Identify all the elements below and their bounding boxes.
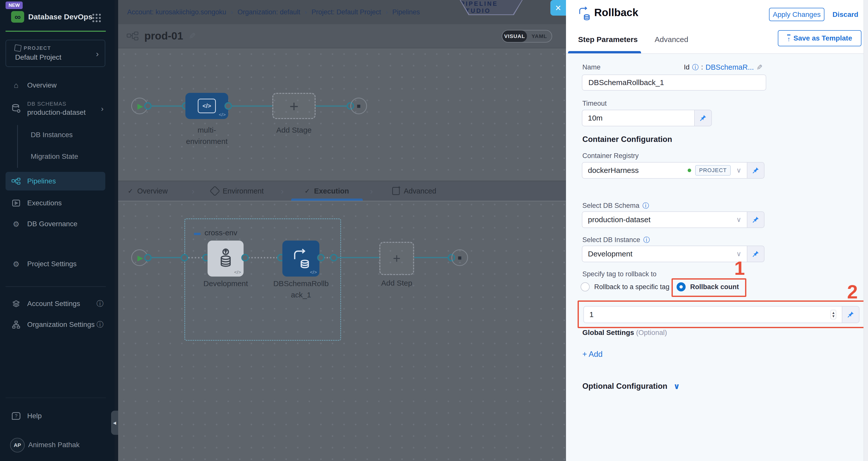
toggle-yaml[interactable]: YAML <box>527 30 552 42</box>
apply-changes-button[interactable]: Apply Changes <box>769 8 825 21</box>
sidebar-item-pipelines[interactable]: Pipelines <box>5 172 105 191</box>
db-schema-field[interactable]: production-dataset ∨ <box>582 211 765 228</box>
stepper-down-icon[interactable]: ▾ <box>832 315 835 318</box>
sidebar-item-db-instances[interactable]: DB Instances <box>31 131 73 139</box>
check-icon: ✓ <box>128 187 133 195</box>
question-glyph: ? <box>15 413 18 419</box>
number-stepper[interactable]: ▴ ▾ <box>831 310 836 319</box>
db-instance-select[interactable]: Development ∨ <box>582 245 747 262</box>
user-name[interactable]: Animesh Pathak <box>28 441 80 449</box>
database-devops-logo: ∞ <box>11 11 24 23</box>
project-selector[interactable]: PROJECT Default Project › <box>5 40 105 67</box>
step-node-development[interactable]: </> <box>208 240 244 276</box>
radio-specific-tag-option[interactable]: Rollback to a specific tag <box>581 282 670 291</box>
connector-line <box>316 105 350 107</box>
save-as-template-button[interactable]: ↑ Save as Template <box>778 30 862 46</box>
name-input[interactable] <box>582 74 766 91</box>
sidebar-item-account-settings[interactable]: Account Settings ⓘ <box>0 297 115 311</box>
radio-specific-tag-label: Rollback to a specific tag <box>594 283 670 291</box>
timeout-value[interactable]: 10m <box>582 110 695 126</box>
global-settings-row: Global Settings (Optional) <box>582 329 667 337</box>
chevron-right-icon: › <box>101 104 103 113</box>
tab-advanced[interactable]: Advanced <box>655 35 688 44</box>
pipeline-studio-badge: PIPELINE STUDIO <box>460 0 523 15</box>
runtime-input-pin[interactable] <box>747 211 765 228</box>
sidebar-item-executions[interactable]: Executions <box>0 196 115 210</box>
sidebar-item-overview[interactable]: ⌂ Overview <box>0 78 115 92</box>
add-global-setting-link[interactable]: + Add <box>582 350 602 359</box>
panel-scrollbar[interactable] <box>864 0 868 461</box>
tab-advanced[interactable]: Advanced <box>392 181 436 201</box>
runtime-input-pin[interactable] <box>747 162 765 179</box>
tab-advanced-label: Advanced <box>404 187 436 195</box>
pin-icon <box>752 250 760 258</box>
stage-node-multi-environment[interactable]: </> </> <box>185 93 228 119</box>
tab-environment[interactable]: Environment <box>211 181 264 201</box>
rollback-count-input[interactable]: 1 ▴ ▾ <box>583 306 842 323</box>
sidebar-item-db-governance[interactable]: ⚙ DB Governance <box>0 217 115 231</box>
apply-changes-label: Apply Changes <box>773 10 820 19</box>
tab-overview-label: Overview <box>137 187 168 195</box>
container-registry-field[interactable]: dockerHarness PROJECT ∨ <box>582 162 765 179</box>
db-schema-name: production-dataset <box>27 108 86 117</box>
add-stage-button[interactable]: + <box>272 93 316 119</box>
container-registry-select[interactable]: dockerHarness PROJECT ∨ <box>582 162 747 179</box>
sidebar-collapse-handle[interactable]: ◀ <box>111 411 118 435</box>
connector-dotted-line <box>245 257 281 258</box>
panel-tabs: Step Parameters Advanced ↑ Save as Templ… <box>566 26 868 54</box>
radio-unchecked-icon[interactable] <box>581 282 590 291</box>
runtime-input-pin[interactable] <box>747 245 765 262</box>
sidebar-item-label: DB SCHEMAS production-dataset <box>27 100 86 117</box>
breadcrumb-separator-icon: › <box>305 8 307 16</box>
tab-step-parameters[interactable]: Step Parameters <box>578 35 638 44</box>
db-schema-select[interactable]: production-dataset ∨ <box>582 211 747 228</box>
app-switcher-icon[interactable] <box>91 12 101 22</box>
yaml-code-badge-icon: </> <box>219 112 226 118</box>
sidebar-item-migration-state[interactable]: Migration State <box>31 153 78 161</box>
discard-button[interactable]: Discard <box>833 10 859 19</box>
info-icon: ⓘ <box>692 63 699 72</box>
sidebar-item-label: Overview <box>27 81 57 89</box>
connector-status-dot <box>688 169 691 172</box>
add-step-label: Add Step <box>381 279 412 287</box>
connector-port <box>330 254 338 261</box>
add-step-button[interactable]: + <box>379 242 414 275</box>
breadcrumb-organization[interactable]: Organization: default <box>238 8 300 16</box>
connector-line <box>148 257 184 258</box>
yaml-code-badge-icon: </> <box>310 269 317 275</box>
timeout-field[interactable]: 10m <box>582 110 712 126</box>
avatar[interactable]: AP <box>10 438 25 453</box>
tab-overview[interactable]: ✓ Overview <box>128 181 168 201</box>
advanced-icon <box>392 187 400 195</box>
connector-port <box>144 102 152 110</box>
edit-pipeline-icon[interactable]: ✎ <box>189 31 196 41</box>
sidebar-item-project-settings[interactable]: ⚙ Project Settings <box>0 257 115 271</box>
rollback-count-field[interactable]: 1 ▴ ▾ <box>583 306 860 323</box>
id-label: Id <box>684 63 690 71</box>
step-node-dbschemarollback[interactable]: </> <box>282 240 319 276</box>
runtime-input-pin[interactable] <box>695 110 712 126</box>
sidebar-item-organization-settings[interactable]: Organization Settings ⓘ <box>0 318 115 332</box>
save-template-icon: ↑ <box>787 34 790 42</box>
toggle-visual[interactable]: VISUAL <box>502 30 527 42</box>
sidebar-divider <box>5 286 106 287</box>
rollback-tag-label: Specify tag to rollback to <box>582 270 656 278</box>
annotation-box-1 <box>672 278 746 297</box>
breadcrumb-account[interactable]: Account: kurosakiichigo.songoku <box>127 8 226 16</box>
runtime-input-pin[interactable] <box>842 306 860 323</box>
home-icon: ⌂ <box>11 81 21 90</box>
sidebar-item-db-schemas[interactable]: DB SCHEMAS production-dataset › <box>0 96 115 121</box>
info-icon: ⓘ <box>643 235 650 244</box>
breadcrumb-project[interactable]: Project: Default Project <box>312 8 381 16</box>
breadcrumb-page[interactable]: Pipelines <box>393 8 420 16</box>
optional-configuration-row[interactable]: Optional Configuration ∨ <box>582 382 680 391</box>
collapse-group-icon[interactable] <box>194 233 200 235</box>
edit-id-icon[interactable]: ✎ <box>756 63 763 72</box>
sidebar-item-label: Project Settings <box>27 260 76 268</box>
close-panel-button[interactable]: × <box>550 0 566 15</box>
info-icon: ⓘ <box>96 320 103 329</box>
sidebar-item-help[interactable]: ? Help <box>0 409 115 423</box>
sidebar-divider <box>5 398 106 398</box>
step-label: ack_1 <box>291 291 311 299</box>
tab-execution[interactable]: ✓ Execution <box>305 181 349 201</box>
